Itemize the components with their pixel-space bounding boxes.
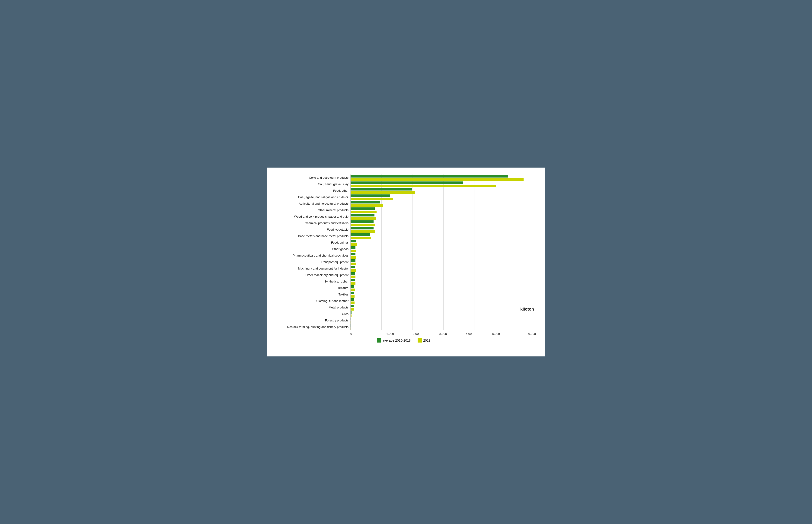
category-label: Clothing, fur and leather	[316, 298, 348, 304]
avg-bar-row	[351, 298, 536, 301]
legend: average 2015-20182019	[272, 338, 536, 343]
category-label: Wood and cork products, paper and pulp	[294, 213, 348, 220]
bar-group	[351, 175, 536, 181]
year-bar-row	[351, 262, 536, 265]
x-axis-label: 3.000	[430, 332, 456, 335]
avg-bar	[351, 188, 412, 191]
bar-group	[351, 311, 536, 317]
bar-group	[351, 278, 536, 285]
avg-bar-row	[351, 305, 536, 307]
avg-bar-row	[351, 220, 536, 223]
avg-bar	[351, 298, 354, 301]
bar-group	[351, 259, 536, 265]
avg-bar-row	[351, 272, 536, 275]
avg-bar-row	[351, 188, 536, 191]
avg-bar	[351, 240, 356, 242]
year-bar-row	[351, 295, 536, 298]
avg-bar-row	[351, 207, 536, 210]
x-axis-label: 1.000	[377, 332, 403, 335]
bar-group	[351, 194, 536, 200]
category-label: Food, vegetable	[327, 226, 348, 233]
avg-bar-row	[351, 285, 536, 288]
avg-bar-row	[351, 292, 536, 294]
avg-bar	[351, 194, 390, 197]
year-bar-row	[351, 178, 536, 181]
avg-bar-row	[351, 311, 536, 314]
avg-bar	[351, 253, 355, 256]
year-bar	[351, 314, 352, 317]
avg-bar	[351, 227, 374, 229]
year-bar	[351, 250, 356, 252]
bar-group	[351, 291, 536, 298]
avg-bar	[351, 181, 463, 184]
avg-bar	[351, 208, 375, 210]
avg-bar-row	[351, 201, 536, 203]
category-label: Food, other	[333, 187, 349, 194]
year-bar	[351, 230, 375, 233]
year-bar-row	[351, 275, 536, 278]
x-axis-label: 2.000	[404, 332, 430, 335]
bar-group	[351, 200, 536, 207]
labels-column: Coke and petroleum productsSalt, sand, g…	[272, 175, 350, 330]
avg-bar-row	[351, 259, 536, 262]
category-label: Pharmaceuticals and chemical specialties	[293, 252, 348, 259]
year-bar-row	[351, 269, 536, 272]
year-bar-row	[351, 301, 536, 304]
category-label: Other goods	[332, 246, 348, 252]
bar-group	[351, 207, 536, 213]
year-bar	[351, 321, 351, 324]
avg-bar-row	[351, 266, 536, 268]
year-bar	[351, 243, 357, 246]
x-axis: 01.0002.0003.0004.0005.0006.000	[272, 332, 536, 335]
bar-group	[351, 317, 536, 324]
year-bar	[351, 224, 375, 226]
year-bar	[351, 301, 355, 304]
year-bar	[351, 217, 376, 220]
category-label: Machinery and equipment for industry	[298, 265, 348, 272]
avg-bar	[351, 292, 354, 294]
chart-container: Coke and petroleum productsSalt, sand, g…	[267, 167, 545, 357]
avg-bar	[351, 259, 355, 262]
avg-bar-row	[351, 324, 536, 327]
category-label: Textiles	[339, 291, 348, 298]
legend-year: 2019	[418, 338, 431, 343]
year-bar-row	[351, 256, 536, 259]
x-axis-label: 5.000	[483, 332, 509, 335]
bar-group	[351, 265, 536, 272]
year-bar-row	[351, 204, 536, 207]
bar-group	[351, 187, 536, 194]
year-bar-row	[351, 288, 536, 291]
category-label: Ores	[342, 311, 348, 317]
year-bar	[351, 308, 354, 311]
category-label: Metal products	[329, 304, 348, 311]
avg-bar-row	[351, 214, 536, 216]
category-label: Agricultural and horticultural products	[299, 200, 348, 207]
bar-group	[351, 304, 536, 311]
category-label: Livestock farming, hunting and fishery p…	[286, 324, 348, 330]
year-bar-row	[351, 191, 536, 194]
year-bar-row	[351, 249, 536, 252]
avg-bar-row	[351, 252, 536, 256]
category-label: Other mineral products	[318, 207, 348, 213]
avg-bar-row	[351, 240, 536, 242]
legend-year-box	[418, 338, 422, 343]
year-bar-row	[351, 184, 536, 187]
bar-groups	[351, 175, 536, 330]
year-bar-row	[351, 314, 536, 317]
legend-year-label: 2019	[423, 339, 431, 342]
bar-group	[351, 233, 536, 240]
bar-group	[351, 324, 536, 330]
bar-group	[351, 246, 536, 252]
year-bar-row	[351, 327, 536, 330]
legend-avg: average 2015-2018	[377, 338, 411, 343]
avg-bar-row	[351, 181, 536, 184]
category-label: Other machinery and equipment	[305, 272, 348, 278]
bar-group	[351, 213, 536, 220]
category-label: Chemical products and fertilizers	[305, 220, 348, 226]
avg-bar-row	[351, 233, 536, 236]
avg-bar	[351, 220, 374, 223]
category-label: Base metals and base metal products	[298, 233, 348, 240]
year-bar-row	[351, 321, 536, 324]
bar-group	[351, 272, 536, 278]
year-bar	[351, 327, 351, 330]
